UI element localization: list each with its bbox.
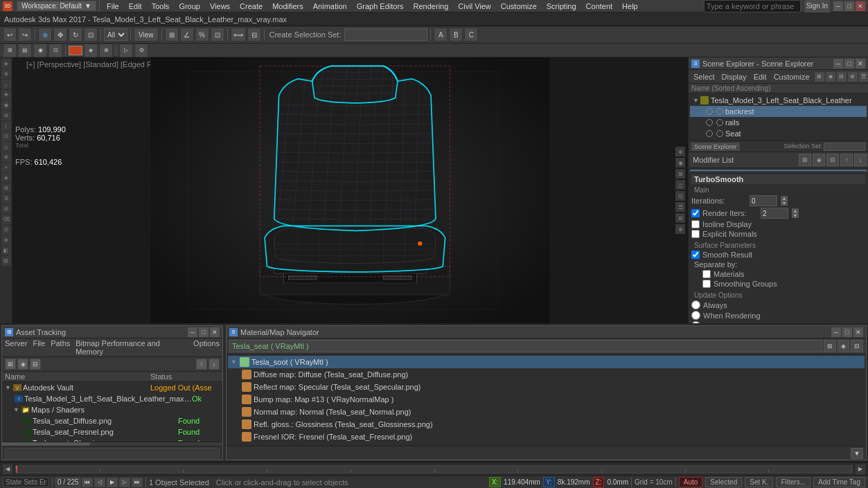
at-menu-paths[interactable]: Paths xyxy=(51,339,70,356)
vp-icon-4[interactable]: △ xyxy=(675,180,685,190)
menu-modifiers[interactable]: Modifiers xyxy=(268,1,308,11)
se-icon-2[interactable]: ◈ xyxy=(826,72,835,82)
mat-item-root[interactable]: ▼ Tesla_soot ( VRayMtl ) xyxy=(228,356,865,368)
search-input[interactable] xyxy=(704,0,801,12)
render-iters-spin-up[interactable]: ▲ xyxy=(792,208,799,213)
vp-icon-5[interactable]: ⊡ xyxy=(675,191,685,201)
scene-explorer-footer-btn[interactable]: Scene Explorer xyxy=(691,143,740,151)
left-icon-14[interactable]: ☰ xyxy=(1,194,11,204)
select-button[interactable]: ⊕ xyxy=(38,28,52,42)
tree-item-root[interactable]: ▼ Tesla_Model_3_Left_Seat_Black_Leather xyxy=(690,95,867,106)
menu-rendering[interactable]: Rendering xyxy=(409,1,453,11)
left-icon-3[interactable]: ↕ xyxy=(1,80,11,89)
asset-tracking-restore[interactable]: □ xyxy=(199,327,209,337)
mat-item-fresnel[interactable]: Fresnel IOR: Fresnel (Tesla_seat_Fresnel… xyxy=(228,431,865,443)
at-toolbar-btn-4[interactable]: ↑ xyxy=(196,359,207,370)
add-time-tag-button[interactable]: Add Time Tag xyxy=(813,477,865,487)
play-next-btn[interactable]: ⏭ xyxy=(132,478,143,487)
selection-set-input[interactable] xyxy=(344,28,427,41)
se-icon-1[interactable]: ⊞ xyxy=(815,72,824,82)
next-frame-btn[interactable]: ▷ xyxy=(119,478,130,487)
redo-button[interactable]: ↪ xyxy=(18,28,32,42)
mat-item-reflect[interactable]: Reflect map: Specular (Tesla_seat_Specul… xyxy=(228,381,865,393)
scene-explorer-close[interactable]: ✕ xyxy=(856,59,865,69)
percent-snap-button[interactable]: % xyxy=(195,28,209,42)
left-icon-9[interactable]: △ xyxy=(1,142,11,152)
left-icon-8[interactable]: ⊡ xyxy=(1,132,11,141)
mat-nav-expand-btn[interactable]: ▼ xyxy=(851,448,863,459)
layer-btn-4[interactable]: ⊡ xyxy=(48,44,62,57)
snap-button[interactable]: ⊞ xyxy=(165,28,179,42)
tree-item-rails[interactable]: rails xyxy=(690,117,867,128)
vp-icon-2[interactable]: ◉ xyxy=(675,158,685,168)
menu-scripting[interactable]: Scripting xyxy=(542,1,581,11)
viewport-main[interactable]: [+] [Perspective] [Standard] [Edged Face… xyxy=(12,57,688,323)
isoline-checkbox[interactable] xyxy=(691,220,700,228)
asset-path-input[interactable] xyxy=(5,448,220,459)
layer-btn-3[interactable]: ◉ xyxy=(33,44,47,57)
se-icon-4[interactable]: ⊕ xyxy=(848,72,858,82)
at-toolbar-btn-2[interactable]: ◈ xyxy=(17,359,28,370)
named-sel-2[interactable]: B xyxy=(449,28,463,42)
explicit-normals-checkbox[interactable] xyxy=(691,230,700,238)
mat-btn-2[interactable]: ◈ xyxy=(838,340,849,352)
left-icon-18[interactable]: ⊕ xyxy=(1,235,11,245)
prev-frame-btn[interactable]: ◁ xyxy=(94,478,105,487)
layer-btn-1[interactable]: ⊞ xyxy=(3,44,17,57)
iterations-spin-up[interactable]: ▲ xyxy=(781,196,788,201)
when-rendering-radio[interactable] xyxy=(691,311,700,320)
left-icon-12[interactable]: ◈ xyxy=(1,173,11,183)
play-btn[interactable]: ▶ xyxy=(107,478,118,487)
asset-row-fresnel[interactable]: Tesla_seat_Fresnel.png Found xyxy=(2,426,222,437)
mat-item-bump[interactable]: Bump map: Map #13 ( VRayNormalMap ) xyxy=(228,393,865,406)
rotate-button[interactable]: ↻ xyxy=(69,28,82,42)
mat-item-glossiness[interactable]: Refl. gloss.: Glossiness (Tesla_seat_Glo… xyxy=(228,418,865,431)
scene-explorer-minimize[interactable]: ─ xyxy=(833,59,843,69)
undo-button[interactable]: ↩ xyxy=(3,28,17,42)
mat-name-input[interactable] xyxy=(229,340,822,352)
menu-file[interactable]: File xyxy=(103,1,123,11)
tree-item-seat[interactable]: Seat xyxy=(690,128,867,139)
smooth-result-checkbox[interactable] xyxy=(691,251,700,259)
named-selection-button[interactable]: A xyxy=(434,28,448,42)
iterations-spin-down[interactable]: ▼ xyxy=(781,201,788,206)
menu-group[interactable]: Group xyxy=(175,1,204,11)
menu-content[interactable]: Content xyxy=(582,1,617,11)
left-icon-15[interactable]: ⊟ xyxy=(1,204,11,214)
minimize-button[interactable]: ─ xyxy=(833,1,843,11)
asset-tracking-minimize[interactable]: ─ xyxy=(188,327,197,337)
left-icon-6[interactable]: ⊞ xyxy=(1,111,11,120)
asset-scrollbar[interactable] xyxy=(2,442,222,446)
at-menu-file[interactable]: File xyxy=(33,339,45,356)
left-icon-20[interactable]: ▤ xyxy=(1,256,11,266)
se-icon-5[interactable]: ☰ xyxy=(859,72,868,82)
se-menu-display[interactable]: Display xyxy=(720,73,749,81)
render-settings-btn[interactable]: ⚙ xyxy=(134,44,148,57)
at-toolbar-btn-3[interactable]: ⊟ xyxy=(30,359,41,370)
vp-icon-8[interactable]: ⊕ xyxy=(675,224,685,234)
mod-btn-2[interactable]: ◈ xyxy=(813,154,825,166)
spinner-snap-button[interactable]: ⊡ xyxy=(211,28,224,42)
obj-color-btn[interactable] xyxy=(69,46,82,55)
menu-civil-view[interactable]: Civil View xyxy=(454,1,495,11)
selected-button[interactable]: Selected xyxy=(705,477,742,487)
at-toolbar-btn-1[interactable]: ⊞ xyxy=(5,359,16,370)
selection-filter-dropdown[interactable]: All xyxy=(104,28,127,41)
render-iters-spin-down[interactable]: ▼ xyxy=(792,213,799,218)
asset-row-diffuse[interactable]: Tesla_seat_Diffuse.png Found xyxy=(2,415,222,426)
obj-btn-3[interactable]: ⊕ xyxy=(99,44,113,57)
align-button[interactable]: ⊟ xyxy=(247,28,261,42)
mat-nav-restore[interactable]: □ xyxy=(842,327,852,337)
iterations-input[interactable] xyxy=(750,195,777,206)
menu-create[interactable]: Create xyxy=(236,1,267,11)
menu-views[interactable]: Views xyxy=(206,1,234,11)
vp-icon-1[interactable]: ⊕ xyxy=(675,147,685,156)
angle-snap-button[interactable]: ∠ xyxy=(180,28,194,42)
vp-icon-3[interactable]: ⊞ xyxy=(675,169,685,179)
vp-icon-7[interactable]: ⊟ xyxy=(675,213,685,223)
asset-row-vault[interactable]: ▼ V Autodesk Vault Logged Out (Asse xyxy=(2,382,222,393)
set-k-button[interactable]: Set K. xyxy=(745,477,773,487)
mat-item-diffuse[interactable]: Diffuse map: Diffuse (Tesla_seat_Diffuse… xyxy=(228,368,865,381)
se-icon-3[interactable]: ⊟ xyxy=(837,72,847,82)
view-button[interactable]: View xyxy=(134,28,159,42)
